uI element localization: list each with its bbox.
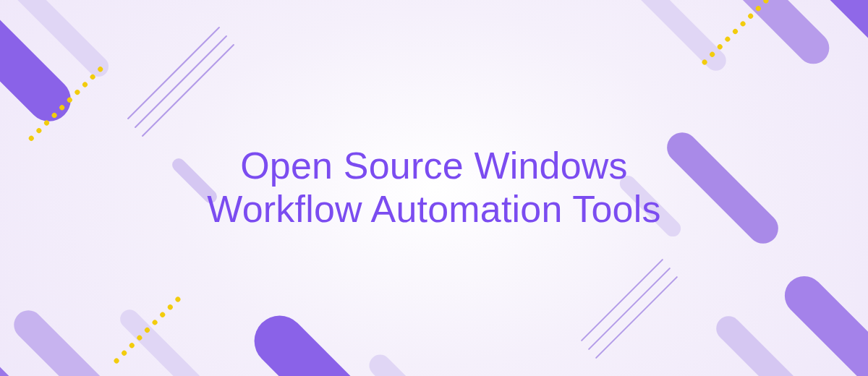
banner-title-wrap: Open Source Windows Workflow Automation … [0, 0, 868, 376]
banner-title: Open Source Windows Workflow Automation … [174, 145, 694, 231]
